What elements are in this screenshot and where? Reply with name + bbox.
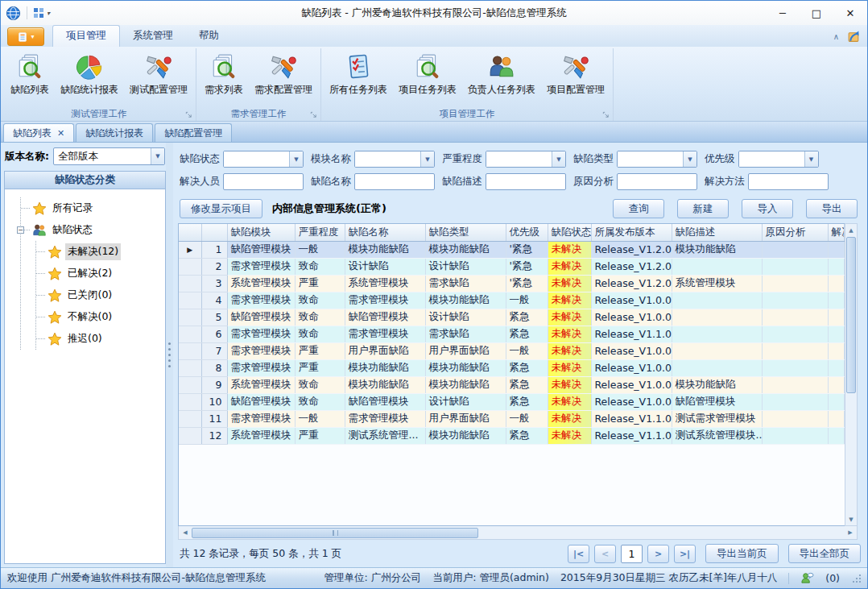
maximize-button[interactable]: □ [800, 1, 833, 25]
owner-tasks-list-button[interactable]: 负责人任务列表 [462, 51, 541, 97]
column-header-defect-name[interactable]: 缺陷名称 [345, 224, 425, 241]
test-config-management-button[interactable]: 测试配置管理 [124, 51, 193, 97]
table-row[interactable]: 10缺陷管理模块致命缺陷管理模块设计缺陷紧急未解决Release_V1.0.0缺… [179, 393, 844, 410]
tree-item-defect-status[interactable]: −缺陷状态 [21, 219, 162, 241]
module-name-filter-combo[interactable]: ▼ [354, 151, 435, 168]
project-config-management-button[interactable]: 项目配置管理 [541, 51, 610, 97]
horizontal-scroll-thumb[interactable] [192, 528, 478, 538]
horizontal-scrollbar[interactable]: ◀ ▶ [178, 526, 858, 540]
solution-filter-input[interactable] [748, 173, 829, 190]
tree-item-unresolved[interactable]: 未解决(12) [36, 241, 162, 263]
defect-type-dropdown-button[interactable]: ▼ [683, 151, 696, 167]
message-user-icon[interactable] [800, 571, 814, 585]
ribbon-tab-project-management[interactable]: 项目管理 [52, 25, 120, 47]
scroll-down-icon[interactable]: ▼ [845, 513, 857, 525]
tree-item-postponed[interactable]: 推迟(0) [36, 328, 162, 350]
document-tab-defect-list[interactable]: 缺陷列表✕ [3, 123, 74, 142]
vertical-scrollbar[interactable]: ▲ ▼ [845, 223, 858, 526]
column-header-release-version[interactable]: 所属发布版本 [591, 224, 672, 241]
requirement-config-management-button[interactable]: 需求配置管理 [249, 51, 318, 97]
version-dropdown-button[interactable]: ▼ [151, 148, 164, 164]
scroll-left-icon[interactable]: ◀ [179, 526, 192, 539]
export-all-pages-button[interactable]: 导出全部页 [788, 544, 862, 563]
table-row[interactable]: ▶1缺陷管理模块一般模块功能缺陷模块功能缺陷'紧急未解决Release_V1.2… [179, 241, 844, 258]
defect-type-filter-value[interactable] [618, 151, 683, 167]
module-name-filter-value[interactable] [355, 151, 420, 167]
defect-list-button[interactable]: 缺陷列表 [5, 51, 55, 97]
tree-item-all-records[interactable]: 所有记录 [21, 197, 162, 219]
first-page-button[interactable]: |< [568, 545, 589, 563]
resize-grip[interactable] [853, 574, 861, 583]
create-button[interactable]: 新建 [677, 199, 729, 218]
dialog-launcher-icon[interactable] [185, 111, 192, 118]
document-tab-defect-config-management[interactable]: 缺陷配置管理 [155, 123, 232, 142]
defect-stats-report-button[interactable]: 缺陷统计报表 [55, 51, 124, 97]
import-button[interactable]: 导入 [742, 199, 793, 218]
severity-dropdown-button[interactable]: ▼ [552, 151, 565, 167]
column-header-solution[interactable]: 解决方法 [828, 224, 844, 241]
defect-description-filter-input[interactable] [486, 173, 566, 190]
last-page-button[interactable]: >| [674, 545, 696, 563]
column-header-defect-module[interactable]: 缺陷模块 [227, 224, 295, 241]
table-row[interactable]: 8需求管理模块严重模块功能缺陷模块功能缺陷紧急未解决Release_V1.0.0 [179, 359, 844, 376]
sidebar-splitter[interactable] [166, 143, 173, 567]
defect-status-filter-value[interactable] [224, 151, 289, 167]
tree-item-closed[interactable]: 已关闭(0) [36, 284, 162, 306]
collapse-ribbon-icon[interactable]: ∧ [833, 32, 839, 41]
version-select[interactable]: 全部版本 ▼ [53, 147, 165, 165]
column-header-defect-type[interactable]: 缺陷类型 [425, 224, 506, 241]
ribbon-tab-help[interactable]: 帮助 [186, 26, 232, 47]
severity-filter-combo[interactable]: ▼ [486, 151, 566, 168]
column-header-severity[interactable]: 严重程度 [295, 224, 345, 241]
priority-dropdown-button[interactable]: ▼ [804, 151, 818, 167]
close-tab-icon[interactable]: ✕ [57, 128, 64, 139]
resolver-filter-input[interactable] [223, 173, 304, 190]
module-name-dropdown-button[interactable]: ▼ [420, 151, 434, 167]
collapse-icon[interactable]: − [17, 226, 24, 234]
defect-status-filter-combo[interactable]: ▼ [223, 151, 304, 168]
table-row[interactable]: 5缺陷管理模块致命缺陷管理模块设计缺陷紧急未解决Release_V1.0.0 [179, 309, 844, 326]
table-row[interactable]: 2需求管理模块致命设计缺陷设计缺陷'紧急未解决Release_V1.2.0 [179, 258, 844, 275]
table-row[interactable]: 9系统管理模块致命模块功能缺陷模块功能缺陷紧急未解决Release_V1.0.0… [179, 376, 844, 393]
defect-status-dropdown-button[interactable]: ▼ [289, 151, 303, 167]
table-row[interactable]: 11需求管理模块一般需求管理模块用户界面缺陷一般未解决Release_V1.1.… [179, 410, 844, 427]
scroll-right-icon[interactable]: ▶ [844, 526, 857, 539]
ribbon-tab-system-management[interactable]: 系统管理 [120, 26, 186, 47]
table-row[interactable]: 12系统管理模块严重测试系统管理...模块功能缺陷紧急未解决Release_V1… [179, 427, 844, 444]
next-page-button[interactable]: > [647, 545, 669, 563]
dialog-launcher-icon[interactable] [310, 111, 317, 118]
defect-name-filter-input[interactable] [354, 173, 435, 190]
cause-analysis-filter-input[interactable] [617, 173, 697, 190]
tree-item-wont-fix[interactable]: 不解决(0) [36, 306, 162, 328]
project-tasks-list-button[interactable]: 项目任务列表 [393, 51, 462, 97]
priority-filter-combo[interactable]: ▼ [738, 151, 819, 168]
column-header-defect-description[interactable]: 缺陷描述 [672, 224, 762, 241]
table-row[interactable]: 3系统管理模块严重系统管理模块需求缺陷'紧急未解决Release_V1.2.0系… [179, 275, 844, 292]
priority-filter-value[interactable] [739, 151, 804, 167]
requirement-list-button[interactable]: 需求列表 [199, 51, 249, 97]
modify-display-items-button[interactable]: 修改显示项目 [180, 199, 262, 218]
column-header-defect-status[interactable]: 缺陷状态 [548, 224, 591, 241]
export-button[interactable]: 导出 [806, 199, 858, 218]
document-tab-defect-stats-report[interactable]: 缺陷统计报表 [76, 123, 153, 142]
quick-access-toolbar-button[interactable]: ▾ [33, 7, 50, 19]
dialog-launcher-icon[interactable] [602, 111, 610, 118]
table-row[interactable]: 7需求管理模块严重用户界面缺陷用户界面缺陷一般未解决Release_V1.0.0 [179, 342, 844, 359]
all-tasks-list-button[interactable]: 所有任务列表 [324, 51, 393, 97]
scroll-up-icon[interactable]: ▲ [845, 224, 857, 236]
close-button[interactable]: ✕ [833, 1, 867, 25]
column-header-priority[interactable]: 优先级 [506, 224, 548, 241]
export-current-page-button[interactable]: 导出当前页 [705, 544, 779, 563]
query-button[interactable]: 查询 [613, 199, 664, 218]
page-number-input[interactable] [621, 545, 643, 563]
tree-item-resolved[interactable]: 已解决(2) [36, 263, 162, 284]
table-row[interactable]: 6需求管理模块致命需求管理模块需求缺陷紧急未解决Release_V1.1.0 [179, 326, 844, 342]
vertical-scroll-thumb[interactable] [846, 237, 856, 393]
minimize-button[interactable]: ─ [766, 1, 800, 25]
style-switch-icon[interactable] [847, 30, 861, 44]
column-header-cause-analysis[interactable]: 原因分析 [762, 224, 828, 241]
table-row[interactable]: 4需求管理模块致命需求管理模块模块功能缺陷一般未解决Release_V1.0.0 [179, 292, 844, 309]
severity-filter-value[interactable] [486, 151, 552, 167]
defect-type-filter-combo[interactable]: ▼ [617, 151, 697, 168]
prev-page-button[interactable]: < [594, 545, 616, 563]
